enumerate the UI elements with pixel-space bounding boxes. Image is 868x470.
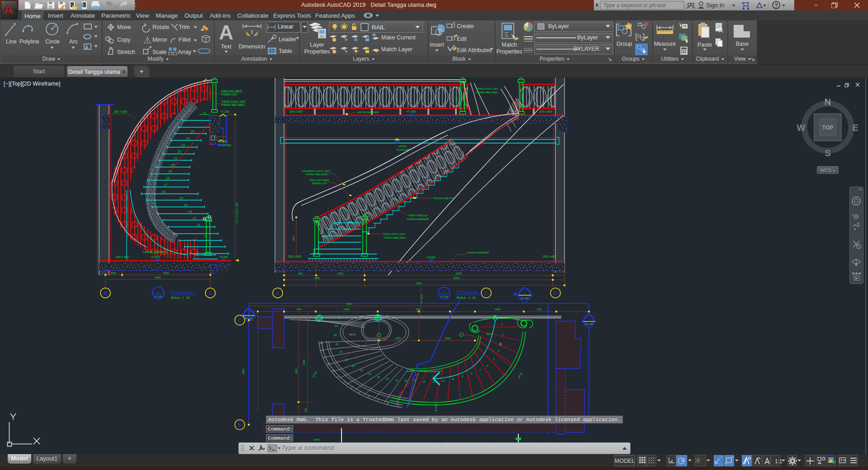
svg-text:FINISH MELAMIC: FINISH MELAMIC [384,236,406,239]
svg-text:Mirror: Mirror [152,37,167,43]
svg-text:NK: NK [493,314,497,317]
svg-text:FINISH CAT: FINISH CAT [221,93,237,96]
svg-text:500: 500 [111,272,116,274]
svg-text:9: 9 [471,372,473,375]
svg-text:16: 16 [395,379,398,382]
svg-text:RAIL: RAIL [372,24,385,31]
svg-text:R575: R575 [486,333,493,336]
svg-text:Arc: Arc [69,38,78,45]
svg-text:Match Layer: Match Layer [381,46,413,53]
svg-text:FINISH MELAMIC: FINISH MELAMIC [306,173,328,176]
svg-text:350: 350 [416,308,421,311]
svg-text:2500: 2500 [303,360,305,365]
svg-text:Group: Group [617,41,632,47]
svg-text:+7.200: +7.200 [407,110,416,113]
svg-text:500: 500 [304,408,307,412]
svg-text:200 x 400: 200 x 400 [543,255,556,258]
svg-text:13: 13 [188,210,192,213]
svg-text:87 X 175.5 = 400: 87 X 175.5 = 400 [236,202,238,223]
svg-text:+3.000: +3.000 [151,255,160,259]
svg-text:TIANG KAYU JATI: TIANG KAYU JATI [383,233,405,235]
svg-text:14: 14 [184,203,188,206]
svg-text:150: 150 [537,308,542,311]
svg-text:Fillet: Fillet [179,37,191,43]
svg-text:A: A [4,2,14,17]
svg-text:1: 1 [501,323,503,326]
svg-text:HANDRAIL KAYU JATI: HANDRAIL KAYU JATI [302,170,330,173]
svg-text:Sign In: Sign In [706,2,724,9]
svg-text:22: 22 [345,359,348,361]
svg-text:?: ? [774,2,778,9]
svg-text:Properties: Properties [497,48,522,55]
svg-text:25: 25 [191,130,194,133]
svg-text:27: 27 [203,111,206,114]
svg-text:Array: Array [178,49,192,55]
svg-text:PLAFOND: PLAFOND [218,144,232,147]
svg-text:2: 2 [588,317,590,321]
svg-text:FINISH MELAMIC: FINISH MELAMIC [221,103,245,106]
svg-text:N: N [825,97,831,107]
svg-text:11: 11 [442,379,445,382]
svg-text:2: 2 [443,290,446,294]
svg-text:+3.000: +3.000 [219,255,228,259]
svg-text:1200: 1200 [395,337,401,340]
svg-text:Properties: Properties [304,48,330,55]
svg-text:2000: 2000 [313,438,320,441]
svg-text:Make Current: Make Current [381,34,416,41]
svg-text:12: 12 [432,380,436,383]
svg-text:Layer: Layer [310,42,324,48]
svg-text:S: S [825,148,830,158]
svg-text:TIANG KAYU JATI: TIANG KAYU JATI [476,87,498,90]
svg-text:3000: 3000 [155,276,161,279]
svg-text:Table: Table [279,48,292,54]
svg-text:LANTAI MARMER: LANTAI MARMER [357,111,379,114]
svg-text:Measure: Measure [654,41,676,47]
svg-text:1:1: 1:1 [775,458,783,465]
svg-text:A: A [219,21,233,43]
svg-text:Insert: Insert [430,42,444,48]
svg-text:7850: 7850 [416,282,422,285]
svg-text:Type a keyword or phrase: Type a keyword or phrase [603,2,666,9]
svg-text:950: 950 [297,308,302,311]
svg-text:6000: 6000 [453,277,460,279]
svg-text:TANGGA BETON: TANGGA BETON [433,197,454,200]
svg-text:R775: R775 [517,372,523,379]
svg-text:200 x 400: 200 x 400 [114,110,127,113]
svg-text:20: 20 [360,369,363,372]
svg-text:LANTAI MARMER: LANTAI MARMER [143,250,167,254]
svg-text:23: 23 [339,350,342,353]
svg-text:+6.500: +6.500 [398,145,407,148]
svg-text:POTONGAN: POTONGAN [456,290,479,295]
svg-text:A7-101: A7-101 [585,323,593,326]
svg-text:25: 25 [334,334,337,336]
svg-text:27: 27 [338,316,342,319]
svg-text:3600: 3600 [242,369,245,374]
svg-text:17: 17 [386,378,389,380]
svg-text:2225: 2225 [163,272,169,274]
svg-text:+3.000: +3.000 [426,256,435,259]
svg-text:SKALA 1 : 20: SKALA 1 : 20 [171,296,190,299]
svg-text:LANTAI MARMER: LANTAI MARMER [467,251,489,254]
svg-text:1: 1 [524,291,526,294]
svg-text:23: 23 [181,144,185,147]
svg-text:20: 20 [171,163,175,167]
svg-text:6: 6 [487,364,489,367]
svg-text:26: 26 [335,325,338,327]
svg-text:21: 21 [174,157,178,160]
svg-text:Edit: Edit [457,36,467,42]
svg-text:3: 3 [499,342,501,346]
svg-text:2: 2 [210,242,212,245]
svg-text:18: 18 [377,376,380,379]
svg-text:TIANG KAYU JATI: TIANG KAYU JATI [221,100,246,103]
svg-text:24: 24 [186,137,190,140]
svg-text:19: 19 [368,373,371,375]
svg-text:C: C [238,318,242,323]
svg-text:1: 1 [157,290,160,294]
svg-text:RAILLING BESI: RAILLING BESI [310,179,329,182]
svg-text:1400: 1400 [337,272,343,275]
svg-text:900: 900 [455,96,458,101]
svg-text:+6.500: +6.500 [219,140,228,143]
svg-text:2: 2 [248,312,250,315]
svg-text:1004: 1004 [292,236,295,242]
svg-text:1300: 1300 [445,337,451,340]
